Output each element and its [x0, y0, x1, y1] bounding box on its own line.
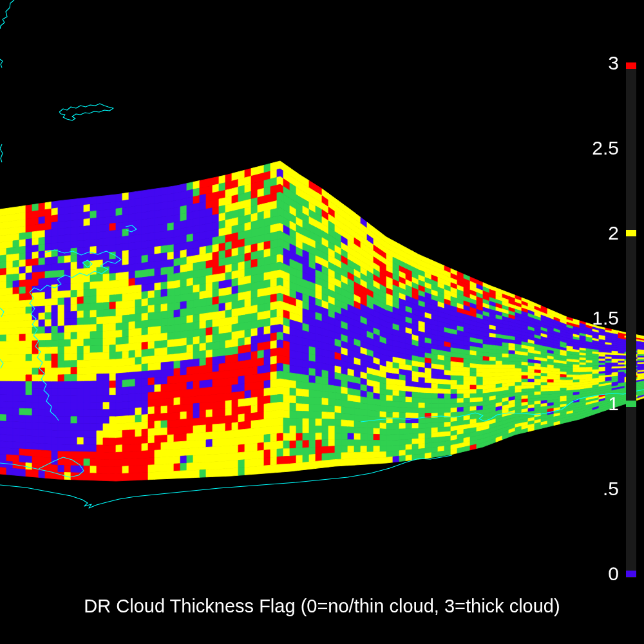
colorbar-tick-label-1-5: 1.5: [561, 308, 619, 328]
plot-area: 3 2.5 2 1.5 1 .5 0 DR Cloud Thickness Fl…: [0, 0, 644, 644]
colorbar-tick-label-2: 2: [561, 223, 619, 243]
colorbar-tick-label-1: 1: [561, 394, 619, 413]
colorbar-tick-label-0: 0: [561, 564, 619, 583]
colorbar-tick-label-3: 3: [561, 53, 619, 73]
swath-canvas: [0, 0, 644, 644]
colorbar-tick-label-0-5: .5: [561, 479, 619, 498]
plot-title: DR Cloud Thickness Flag (0=no/thin cloud…: [0, 595, 644, 617]
colorbar-tick-label-2-5: 2.5: [561, 138, 619, 158]
